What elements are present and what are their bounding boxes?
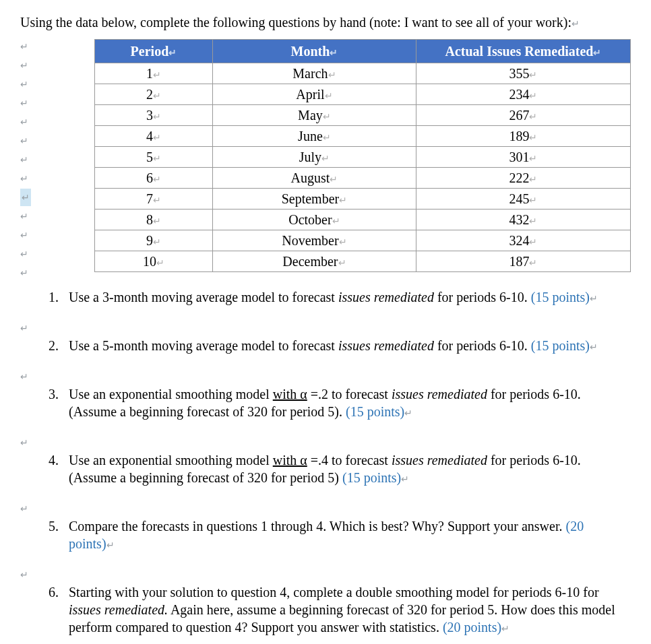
question-2: Use a 5-month moving average model to fo…	[62, 337, 631, 354]
paragraph-mark-icon: ↵	[20, 226, 28, 244]
table-cell: 187↵	[416, 251, 630, 272]
q2-text: Use a 5-month moving average model to fo…	[69, 338, 338, 353]
paragraph-mark-icon: ↵	[401, 474, 409, 484]
paragraph-mark-icon: ↵	[20, 500, 28, 517]
table-cell: 245↵	[416, 189, 630, 210]
margin-marks: ↵ ↵ ↵ ↵ ↵ ↵ ↵ ↵ ↵ ↵ ↵ ↵ ↵	[20, 36, 57, 282]
paragraph-mark-icon: ↵	[332, 216, 340, 226]
q3-italic: issues remediated	[392, 387, 487, 401]
paragraph-mark-icon: ↵	[325, 90, 333, 101]
paragraph-mark-icon: ↵	[571, 18, 580, 29]
table-cell: 234↵	[416, 84, 630, 105]
table-cell: May↵	[212, 105, 416, 126]
table-cell: 1↵	[95, 63, 213, 84]
q3-underline: with α	[273, 387, 307, 401]
table-row: 8↵October↵432↵	[95, 210, 631, 230]
q1-points: (15 points)	[531, 290, 590, 304]
q2-points: (15 points)	[531, 338, 590, 353]
q5-text: Compare the forecasts in questions 1 thr…	[69, 519, 565, 534]
question-3: Use an exponential smoothing model with …	[62, 385, 631, 420]
table-cell: 3↵	[95, 105, 213, 126]
paragraph-mark-icon: ↵	[168, 47, 177, 58]
paragraph-mark-icon: ↵	[330, 174, 338, 185]
question-6: Starting with your solution to question …	[62, 583, 631, 636]
q2-italic: issues remediated	[338, 338, 434, 353]
question-4: Use an exponential smoothing model with …	[62, 451, 631, 486]
paragraph-mark-icon: ↵	[20, 113, 28, 131]
table-row: 9↵November↵324↵	[95, 230, 631, 251]
question-list: Use an exponential smoothing model with …	[20, 451, 631, 486]
question-5: Compare the forecasts in questions 1 thr…	[62, 517, 631, 552]
paragraph-mark-icon: ↵	[153, 195, 161, 205]
q4-text-b: =.4 to forecast	[307, 453, 392, 468]
q1-text: Use a 3-month moving average model to fo…	[69, 290, 338, 304]
paragraph-mark-icon: ↵	[20, 434, 28, 451]
paragraph-mark-icon: ↵	[20, 245, 28, 263]
table-cell: 9↵	[95, 230, 213, 251]
table-cell: July↵	[212, 147, 416, 168]
table-cell: 324↵	[416, 230, 630, 251]
paragraph-mark-icon: ↵	[323, 111, 331, 122]
question-list: Use a 5-month moving average model to fo…	[20, 337, 631, 354]
paragraph-mark-icon: ↵	[404, 408, 412, 418]
table-cell: 8↵	[95, 210, 213, 230]
table-header-row: Period↵ Month↵ Actual Issues Remediated↵	[95, 40, 631, 63]
paragraph-mark-icon: ↵	[323, 132, 331, 143]
q3-points: (15 points)	[346, 404, 404, 419]
q3-text: Use an exponential smoothing model	[69, 387, 273, 401]
table-cell: 222↵	[416, 168, 630, 189]
paragraph-mark-icon: ↵	[153, 153, 161, 164]
paragraph-mark-icon: ↵	[20, 94, 28, 112]
paragraph-mark-icon: ↵	[529, 111, 537, 122]
paragraph-mark-icon: ↵	[153, 236, 161, 247]
paragraph-mark-icon: ↵	[529, 69, 537, 80]
paragraph-mark-icon: ↵	[20, 170, 28, 187]
q4-points: (15 points)	[342, 470, 401, 485]
table-cell: 267↵	[416, 105, 630, 126]
paragraph-mark-icon: ↵	[339, 195, 347, 205]
table-row: 2↵April↵234↵	[95, 84, 631, 105]
table-cell: April↵	[212, 84, 416, 105]
table-cell: November↵	[212, 230, 416, 251]
paragraph-mark-icon: ↵	[20, 75, 28, 93]
table-cell: 432↵	[416, 210, 630, 230]
paragraph-mark-icon: ↵	[501, 623, 509, 634]
question-list: Starting with your solution to question …	[20, 583, 631, 636]
question-list: Use an exponential smoothing model with …	[20, 385, 631, 420]
paragraph-mark-icon: ↵	[20, 207, 28, 225]
q4-text: Use an exponential smoothing model	[69, 453, 273, 468]
data-table: Period↵ Month↵ Actual Issues Remediated↵…	[94, 39, 631, 272]
question-list: Use a 3-month moving average model to fo…	[20, 288, 631, 306]
paragraph-mark-icon: ↵	[20, 132, 28, 150]
table-row: 1↵March↵355↵	[95, 63, 631, 84]
q2-text-b: for periods 6-10.	[434, 338, 531, 353]
paragraph-mark-icon: ↵	[529, 195, 537, 205]
intro-content: Using the data below, complete the follo…	[20, 15, 571, 30]
paragraph-mark-icon: ↵	[529, 257, 537, 268]
col-month: Month↵	[212, 40, 416, 63]
q6-points: (20 points)	[443, 620, 501, 635]
table-cell: 355↵	[416, 63, 630, 84]
question-1: Use a 3-month moving average model to fo…	[62, 288, 631, 306]
q3-text-b: =.2 to forecast	[307, 387, 392, 401]
paragraph-mark-icon: ↵	[321, 153, 330, 164]
paragraph-mark-icon: ↵	[590, 342, 598, 352]
paragraph-mark-icon: ↵	[20, 151, 28, 168]
paragraph-mark-icon: ↵	[590, 293, 598, 304]
table-row: 7↵September↵245↵	[95, 189, 631, 210]
paragraph-mark-icon: ↵	[106, 540, 115, 550]
paragraph-mark-icon: ↵	[529, 153, 537, 164]
paragraph-mark-icon: ↵	[20, 566, 28, 583]
table-cell: 7↵	[95, 189, 213, 210]
q4-italic: issues remediated	[392, 453, 487, 468]
paragraph-mark-icon: ↵	[339, 236, 347, 247]
col-actual: Actual Issues Remediated↵	[416, 40, 630, 63]
paragraph-mark-icon: ↵	[20, 189, 31, 206]
paragraph-mark-icon: ↵	[529, 216, 537, 226]
q6-italic: issues remediated.	[69, 602, 168, 617]
table-row: 3↵May↵267↵	[95, 105, 631, 126]
paragraph-mark-icon: ↵	[330, 47, 338, 58]
paragraph-mark-icon: ↵	[338, 257, 346, 268]
paragraph-mark-icon: ↵	[153, 216, 161, 226]
table-cell: 4↵	[95, 126, 213, 147]
